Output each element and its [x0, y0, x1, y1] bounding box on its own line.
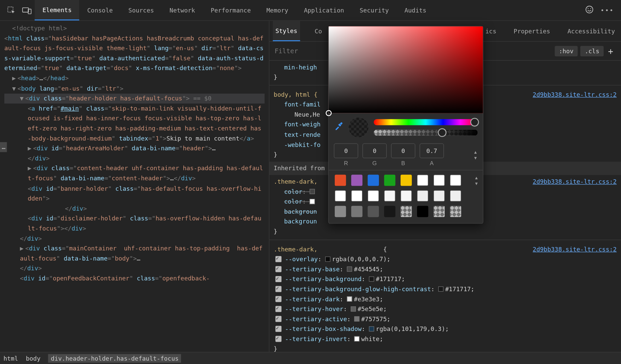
palette-swatch[interactable] [335, 175, 346, 186]
device-toggle-icon[interactable] [19, 0, 35, 21]
palette-swatch[interactable] [335, 206, 346, 217]
prop-toggle[interactable] [275, 316, 282, 322]
new-style-rule-button[interactable]: + [604, 46, 618, 56]
dom-header-holder-close: </div> [4, 234, 265, 244]
tab-audits[interactable]: Audits [397, 0, 434, 20]
palette-swatch[interactable] [450, 175, 461, 186]
elements-dom-tree[interactable]: … <!doctype html> <html class="hasSideba… [0, 21, 269, 352]
ellipsis-gutter[interactable]: … [0, 142, 7, 152]
palette-swatch[interactable] [368, 206, 379, 217]
palette-swatch[interactable] [335, 190, 346, 201]
palette-swatch[interactable] [417, 190, 428, 201]
tab-computed[interactable]: Co [312, 21, 325, 41]
color-swatch-icon[interactable] [325, 256, 330, 262]
palette-swatch[interactable] [384, 206, 395, 217]
svg-point-3 [586, 6, 593, 13]
palette-swatch[interactable] [401, 206, 412, 217]
tab-security[interactable]: Security [352, 0, 397, 20]
prop-toggle[interactable] [275, 306, 282, 312]
tab-performance[interactable]: Performance [203, 0, 259, 20]
tab-elements[interactable]: Elements [35, 0, 80, 20]
feedback-icon[interactable] [585, 5, 594, 15]
doctype: <!doctype html> [12, 25, 67, 32]
dom-content-header[interactable]: ▶<div class="content-header uhf-containe… [4, 163, 265, 183]
crumb-selected[interactable]: div.header-holder.has-default-focus [48, 354, 181, 363]
palette-swatch[interactable] [401, 190, 412, 201]
palette-swatch[interactable] [450, 190, 461, 201]
alpha-slider[interactable] [374, 129, 478, 135]
tab-accessibility[interactable]: Accessibility [565, 21, 618, 41]
alpha-thumb[interactable] [438, 128, 447, 137]
eyedropper-icon[interactable] [334, 121, 343, 133]
palette-swatch[interactable] [368, 175, 379, 186]
prop-toggle[interactable] [275, 336, 282, 342]
color-preview-swatch [349, 117, 368, 137]
dom-skip-link[interactable]: <a href="#main" class="skip-to-main-link… [4, 103, 265, 144]
dom-body-open[interactable]: ▼<body lang="en-us" dir="ltr"> [4, 84, 265, 94]
tab-application[interactable]: Application [296, 0, 352, 20]
color-format-toggle[interactable]: ▲▼ [473, 150, 478, 160]
styles-pane: Styles Co ics Properties Accessibility :… [269, 21, 621, 352]
saturation-field[interactable] [329, 26, 483, 113]
tab-console[interactable]: Console [80, 0, 121, 20]
svg-rect-1 [23, 8, 29, 12]
rgba-inputs: 0R 0G 0B 0.7A ▲▼ [329, 142, 483, 170]
channel-g-input[interactable]: 0 [362, 144, 387, 158]
channel-a-input[interactable]: 0.7 [420, 144, 444, 158]
tab-memory[interactable]: Memory [259, 0, 296, 20]
tab-metrics[interactable]: ics [483, 21, 499, 41]
hov-toggle[interactable]: :hov [555, 46, 578, 56]
css-file-link[interactable]: 2d9bb338.site-ltr.css:2 [533, 244, 617, 254]
color-picker-popover[interactable]: 0R 0G 0B 0.7A ▲▼ ▲▼ [328, 26, 483, 223]
more-menu-icon[interactable]: ••• [600, 7, 614, 14]
prop-toggle[interactable] [275, 286, 282, 292]
palette-swatch[interactable] [384, 175, 395, 186]
tab-network[interactable]: Network [162, 0, 203, 20]
palette-swatch[interactable] [417, 206, 428, 217]
prop-toggle[interactable] [275, 266, 282, 272]
crumb-html[interactable]: html [3, 355, 18, 362]
crumb-body[interactable]: body [26, 355, 40, 362]
tab-properties[interactable]: Properties [511, 21, 553, 41]
dom-header-area[interactable]: ▶<div id="headerAreaHolder" data-bi-name… [4, 144, 265, 163]
inspect-element-icon[interactable] [3, 0, 19, 21]
dom-feedback-container[interactable]: <div id="openFeedbackContainer" class="o… [4, 274, 265, 284]
channel-b-input[interactable]: 0 [391, 144, 415, 158]
palette-swatch[interactable] [434, 175, 445, 186]
palette-swatch[interactable] [351, 175, 362, 186]
palette-swatch[interactable] [434, 190, 445, 201]
css-file-link[interactable]: 2d9bb338.site-ltr.css:2 [533, 177, 617, 187]
prop-toggle[interactable] [275, 326, 282, 332]
dom-banner-holder[interactable]: <div id="banner-holder" class="has-defau… [4, 184, 265, 204]
svg-point-5 [590, 8, 591, 9]
tab-styles[interactable]: Styles [273, 21, 300, 41]
channel-r-input[interactable]: 0 [334, 144, 358, 158]
palette-swatch[interactable] [384, 190, 395, 201]
dom-html-open[interactable]: <html class="hasSidebar hasPageActions h… [4, 33, 265, 73]
dom-disclaimer[interactable]: <div id="disclaimer-holder" class="has-o… [4, 214, 265, 234]
palette-swatch[interactable] [351, 190, 362, 201]
dom-head[interactable]: ▶<head>…</head> [4, 73, 265, 84]
devtools-top-tabbar: Elements Console Sources Network Perform… [0, 0, 621, 21]
hue-slider[interactable] [374, 119, 478, 125]
palette-swatch[interactable] [351, 206, 362, 217]
palette-swatch[interactable] [368, 190, 379, 201]
tab-sources[interactable]: Sources [121, 0, 162, 20]
palette-nav[interactable]: ▲▼ [474, 170, 483, 223]
saturation-cursor[interactable] [326, 110, 332, 116]
css-file-link[interactable]: 2d9bb338.site-ltr.css:2 [533, 90, 617, 100]
prop-toggle[interactable] [275, 256, 282, 262]
dom-banner-close: </div> [4, 204, 265, 214]
palette-swatch[interactable] [434, 206, 445, 217]
palette-swatch[interactable] [401, 175, 412, 186]
palette-swatch[interactable] [417, 175, 428, 186]
prop-toggle[interactable] [275, 296, 282, 302]
dom-main-container[interactable]: ▶<div class="mainContainer uhf-container… [4, 244, 265, 274]
hue-thumb[interactable] [470, 118, 479, 127]
palette-swatches [329, 170, 468, 223]
elements-breadcrumb[interactable]: html body div.header-holder.has-default-… [0, 352, 621, 364]
prop-toggle[interactable] [275, 276, 282, 282]
palette-swatch[interactable] [450, 206, 461, 217]
cls-toggle[interactable]: .cls [581, 46, 604, 56]
dom-selected-header-holder[interactable]: ▼<div class="header-holder has-default-f… [4, 93, 265, 103]
